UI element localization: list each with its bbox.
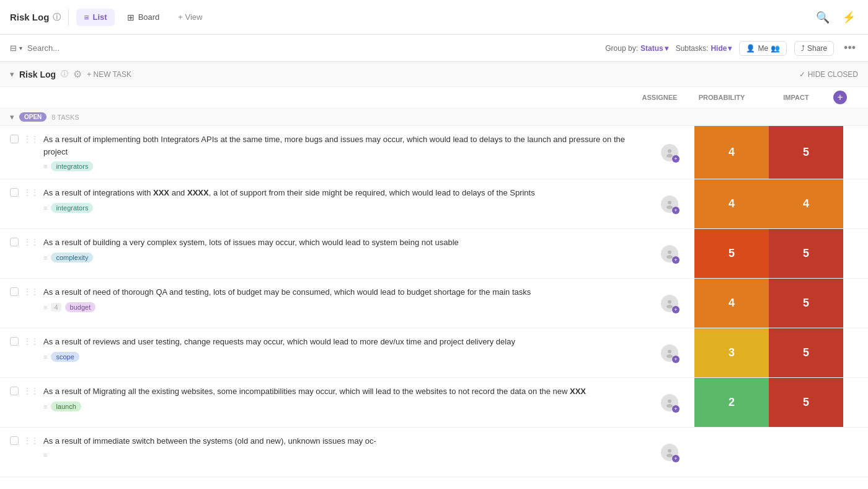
probability-value: 4 — [694, 179, 769, 228]
task-checkbox[interactable] — [10, 188, 19, 197]
task-tag[interactable]: budget — [65, 302, 96, 312]
svg-point-8 — [668, 349, 671, 353]
avatar-add-icon[interactable]: + — [672, 207, 680, 214]
share-label: Share — [807, 44, 827, 53]
task-checkbox[interactable] — [10, 238, 19, 246]
table-row: ⋮⋮ As a result of implementing both Inte… — [0, 126, 868, 179]
checkmark-icon: ✓ — [799, 70, 805, 79]
avatar-add-icon[interactable]: + — [672, 455, 680, 462]
add-column-button[interactable]: + — [833, 91, 847, 104]
task-text: As a result of Migrating all the existin… — [43, 385, 640, 398]
subtask-icon: ≡ — [43, 353, 47, 361]
avatar[interactable]: + — [661, 394, 678, 411]
avatar[interactable]: + — [661, 144, 678, 161]
task-checkbox[interactable] — [10, 337, 19, 346]
task-assignee: + — [645, 328, 694, 377]
section-toggle[interactable]: ▾ — [10, 70, 14, 79]
task-text: As a result of immediate switch between … — [43, 435, 640, 447]
drag-handle-icon[interactable]: ⋮⋮ — [24, 337, 38, 346]
status-toggle[interactable]: ▾ — [10, 112, 14, 122]
avatar-add-icon[interactable]: + — [672, 356, 680, 363]
task-add-col — [843, 328, 868, 377]
toolbar: ⊟ ▾ Group by: Status ▾ Subtasks: Hide ▾ … — [0, 35, 868, 62]
section-info-icon[interactable]: ⓘ — [61, 69, 68, 79]
drag-handle-icon[interactable]: ⋮⋮ — [24, 287, 38, 296]
task-text: As a result of building a very complex s… — [43, 236, 640, 249]
task-tag[interactable]: integrators — [51, 161, 93, 171]
share-button[interactable]: ⤴ Share — [794, 41, 834, 56]
task-number: 4 — [51, 303, 61, 312]
drag-handle-icon[interactable]: ⋮⋮ — [24, 188, 38, 197]
avatar-add-icon[interactable]: + — [672, 306, 680, 313]
task-checkbox[interactable] — [10, 287, 19, 296]
me-label: Me — [758, 44, 768, 53]
subtask-icon: ≡ — [43, 204, 47, 212]
search-icon[interactable]: 🔍 — [813, 8, 832, 27]
hide-closed-label: HIDE CLOSED — [808, 70, 858, 79]
avatar-add-icon[interactable]: + — [672, 256, 680, 264]
avatar-add-icon[interactable]: + — [672, 155, 680, 163]
avatar[interactable]: + — [661, 444, 678, 461]
task-impact: 4 — [769, 179, 843, 228]
task-probability: 5 — [694, 229, 769, 278]
more-options-button[interactable]: ••• — [841, 40, 858, 56]
new-task-button[interactable]: + NEW TASK — [87, 70, 131, 79]
section-settings-icon[interactable]: ⚙ — [73, 68, 82, 80]
tab-board[interactable]: ⊞ Board — [120, 9, 167, 26]
tab-list[interactable]: ≡ List — [76, 9, 114, 26]
task-meta: ≡ integrators — [43, 203, 640, 213]
lightning-icon[interactable]: ⚡ — [839, 8, 858, 27]
column-headers: ASSIGNEE PROBABILITY IMPACT + — [0, 87, 868, 109]
drag-handle-icon[interactable]: ⋮⋮ — [24, 238, 38, 246]
col-assignee-header: ASSIGNEE — [635, 94, 684, 101]
task-content: As a result of implementing both Integra… — [43, 133, 640, 171]
svg-point-6 — [668, 300, 671, 303]
task-meta: ≡ launch — [43, 402, 640, 411]
task-meta: ≡ integrators — [43, 161, 640, 171]
task-tag[interactable]: complexity — [51, 253, 93, 262]
filter-button[interactable]: ⊟ ▾ — [10, 43, 22, 53]
drag-handle-icon[interactable]: ⋮⋮ — [24, 387, 38, 395]
task-assignee: + — [645, 378, 694, 427]
info-icon[interactable]: ⓘ — [53, 12, 61, 23]
task-add-col — [843, 378, 868, 427]
avatar[interactable]: + — [661, 245, 678, 262]
avatar[interactable]: + — [661, 195, 678, 213]
task-left: ⋮⋮ As a result of implementing both Inte… — [0, 126, 645, 179]
add-view-button[interactable]: + View — [172, 9, 208, 25]
me-button[interactable]: 👤 Me 👥 — [739, 41, 787, 56]
avatar[interactable]: + — [661, 344, 678, 362]
task-checkbox[interactable] — [10, 436, 19, 445]
task-left: ⋮⋮ As a result of reviews and user testi… — [0, 328, 645, 377]
task-tag[interactable]: integrators — [51, 203, 93, 213]
avatar[interactable]: + — [661, 295, 678, 312]
subtasks-value[interactable]: Hide ▾ — [711, 44, 732, 53]
impact-value: 5 — [769, 229, 843, 278]
task-checkbox[interactable] — [10, 135, 19, 143]
search-input[interactable] — [27, 43, 600, 53]
task-tag[interactable]: launch — [51, 402, 81, 411]
task-impact: 5 — [769, 229, 843, 278]
drag-handle-icon[interactable]: ⋮⋮ — [24, 436, 38, 445]
table-row: ⋮⋮ As a result of need of thorough QA an… — [0, 279, 868, 328]
task-content: As a result of integrations with XXX and… — [43, 187, 640, 213]
task-checkbox[interactable] — [10, 387, 19, 395]
task-probability: 4 — [694, 126, 769, 179]
avatar-add-icon[interactable]: + — [672, 405, 680, 413]
task-meta: ≡ — [43, 451, 640, 459]
task-meta: ≡ complexity — [43, 253, 640, 262]
board-icon: ⊞ — [127, 12, 135, 22]
status-badge: OPEN — [19, 112, 46, 122]
task-content: As a result of need of thorough QA and t… — [43, 286, 640, 312]
task-add-col — [843, 179, 868, 228]
tab-list-label: List — [93, 12, 107, 22]
impact-value: 5 — [769, 126, 843, 179]
task-assignee: + — [645, 428, 694, 477]
group-by-value[interactable]: Status ▾ — [640, 44, 668, 53]
hide-closed-button[interactable]: ✓ HIDE CLOSED — [799, 70, 858, 79]
svg-point-4 — [668, 250, 671, 254]
drag-handle-icon[interactable]: ⋮⋮ — [24, 135, 38, 143]
task-text: As a result of integrations with XXX and… — [43, 187, 640, 199]
probability-value: 4 — [694, 126, 769, 179]
task-tag[interactable]: scope — [51, 352, 79, 362]
